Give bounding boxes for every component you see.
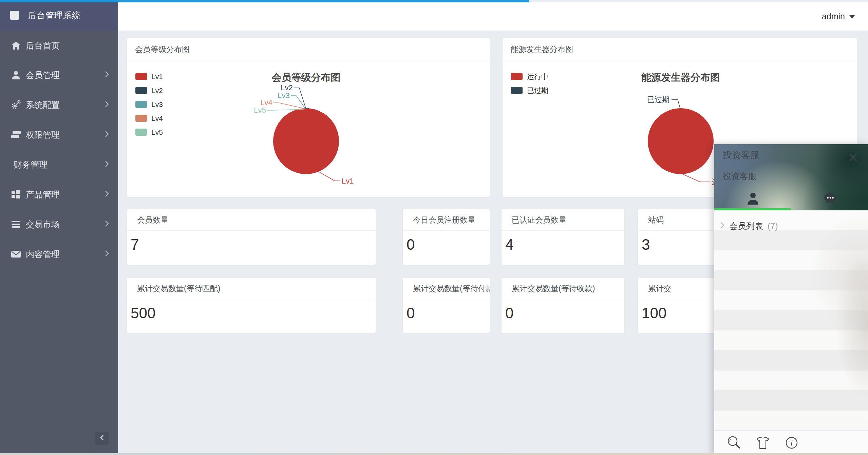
legend-item[interactable]: Lv5 [135,125,163,139]
sidebar-item-finance[interactable]: 财务管理 [0,154,118,175]
stat-label: 会员数量 [127,209,376,231]
sidebar-item-label: 产品管理 [26,189,60,200]
legend-swatch [135,87,147,94]
customer-service-widget: 投资客服 投资客服 会员列表 [714,144,868,455]
chat-bubble-tab-icon [824,192,837,206]
pie-label: Lv2 [281,83,293,92]
info-icon[interactable]: i [784,435,799,450]
pie-slice-lv1[interactable] [273,108,339,174]
tab-messages[interactable] [792,190,868,208]
pie-legend: Lv1 Lv2 Lv3 Lv4 Lv5 [135,70,163,139]
stat-value: 0 [502,305,624,322]
legend-item[interactable]: Lv4 [135,111,163,125]
user-icon [10,69,22,81]
topbar: admin [118,2,868,31]
chevron-right-icon [105,190,109,199]
chevron-right-icon [105,130,109,139]
chevron-right-icon [105,160,109,169]
app-logo-icon [10,11,19,20]
shirt-icon[interactable] [755,436,771,450]
chart-title: 会员等级分布图 [271,72,341,83]
chevron-right-icon [105,220,109,229]
stat-value: 7 [127,236,376,253]
legend-item[interactable]: 运行中 [511,70,548,83]
card-title: 会员等级分布图 [127,38,490,60]
sidebar-item-label: 后台首页 [26,40,60,51]
stat-card-trades-matching: 累计交易数量(等待匹配) 500 [127,278,376,333]
legend-swatch [135,129,147,136]
sidebar-item-system-config[interactable]: 系统配置 [0,95,118,115]
page-loading-progress-bar [0,0,529,2]
stat-card-trades-awaiting-receipt: 累计交易数量(等待收款) 0 [502,278,624,333]
sidebar-item-label: 系统配置 [26,99,60,111]
stat-label: 今日会员注册数量 [403,209,490,231]
legend-swatch [135,73,147,80]
chat-header: 投资客服 投资客服 [714,144,868,210]
sidebar-item-label: 会员管理 [26,70,60,81]
chat-title: 投资客服 [723,149,759,161]
sidebar-item-label: 权限管理 [26,129,60,140]
pie-label: Lv5 [254,106,266,114]
close-icon[interactable] [848,152,858,163]
legend-item[interactable]: 已过期 [511,83,548,97]
pie-label: Lv1 [342,177,354,185]
sidebar-item-permissions[interactable]: 权限管理 [0,125,118,145]
legend-item[interactable]: Lv3 [135,97,163,111]
sidebar-item-home[interactable]: 后台首页 [0,35,118,56]
user-menu[interactable]: admin [822,2,855,31]
chevron-right-icon [720,221,725,231]
pie-label: Lv3 [278,91,289,100]
sidebar-item-label: 交易市场 [26,219,60,230]
member-list-toggle[interactable]: 会员列表 (7) [720,218,778,234]
legend-label: Lv2 [151,87,163,95]
member-level-pie-chart[interactable]: 会员等级分布图 Lv2 Lv3 Lv4 Lv5 Lv1 [127,60,490,197]
legend-item[interactable]: Lv2 [135,83,163,97]
tab-contacts[interactable] [714,190,791,208]
legend-label: 运行中 [527,72,548,81]
chevron-left-icon [99,434,104,442]
legend-swatch [135,101,147,108]
sidebar: 后台管理系统 后台首页 会员管理 [0,0,118,455]
viewport-bottom-edge [0,453,868,455]
pie-legend: 运行中 已过期 [511,70,548,97]
svg-text:i: i [791,439,793,447]
legend-item[interactable]: Lv1 [135,70,163,83]
legend-swatch [511,87,523,94]
stat-value: 0 [403,305,490,322]
sidebar-item-label: 内容管理 [26,249,60,260]
server-icon [10,129,22,140]
sidebar-item-market[interactable]: 交易市场 [0,214,118,234]
legend-swatch [511,73,523,80]
member-level-chart-card: 会员等级分布图 Lv1 Lv2 Lv3 Lv4 Lv5 会员等级分布图 Lv2 … [127,38,490,197]
home-icon [10,40,22,51]
sidebar-item-content[interactable]: 内容管理 [0,244,118,264]
sidebar-collapse-button[interactable] [95,432,109,445]
stat-label: 已认证会员数量 [502,209,624,231]
stat-label: 累计交易数量(等待收款) [502,278,624,299]
stat-card-today-registrations: 今日会员注册数量 0 [403,209,490,265]
list-icon [10,219,22,230]
stat-value: 4 [502,236,624,253]
app-title: 后台管理系统 [28,10,81,21]
sidebar-item-products[interactable]: 产品管理 [0,184,118,205]
sidebar-header[interactable]: 后台管理系统 [0,0,118,31]
search-icon[interactable] [727,435,741,450]
chevron-right-icon [105,71,109,79]
pie-slice-running[interactable] [648,108,714,174]
legend-label: Lv4 [151,114,163,122]
stat-label: 累计交易数量(等待付款) [403,278,490,299]
mail-icon [10,248,22,260]
stat-card-members: 会员数量 7 [127,209,376,265]
chat-toolbar: i [714,430,868,455]
chart-title: 能源发生器分布图 [641,72,720,83]
chevron-right-icon [105,250,109,259]
dashboard-page: 后台管理系统 后台首页 会员管理 [0,0,868,455]
pie-label: 已过期 [647,95,669,104]
username: admin [822,12,845,21]
member-list-label: 会员列表 [729,221,763,232]
stat-card-trades-awaiting-payment: 累计交易数量(等待付款) 0 [403,278,490,333]
sidebar-item-label: 财务管理 [14,159,48,170]
legend-label: Lv3 [151,100,163,109]
sidebar-item-members[interactable]: 会员管理 [0,65,118,85]
chat-subtitle: 投资客服 [723,171,757,182]
